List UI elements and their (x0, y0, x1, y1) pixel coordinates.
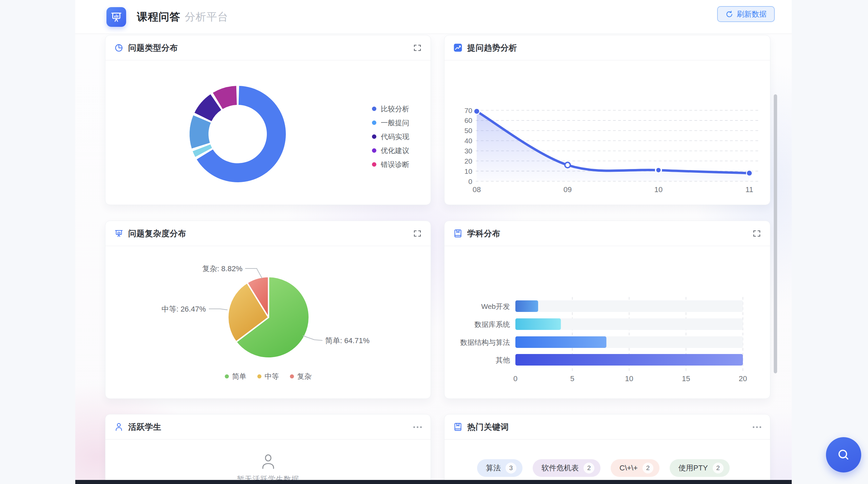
svg-text:40: 40 (465, 137, 472, 145)
more-button[interactable] (753, 414, 761, 440)
app-title: 课程问答 (137, 10, 180, 24)
card-title: 热门关键词 (467, 422, 509, 432)
refresh-label: 刷新数据 (737, 9, 767, 19)
refresh-icon (725, 10, 733, 18)
scrollbar-thumb[interactable] (774, 94, 777, 373)
svg-text:10: 10 (625, 374, 633, 383)
bar-其他[interactable] (515, 354, 743, 366)
legend-dot (372, 120, 376, 125)
keyword-text: 使用PTY (678, 463, 708, 473)
svg-text:5: 5 (570, 374, 574, 383)
keyword-tag-1[interactable]: 软件危机表2 (533, 459, 600, 477)
legend-dot (372, 107, 376, 111)
card-question-complexity: 问题复杂度分布 简单: 64.71%中等: 26.47%复杂: 8.82% 简单… (105, 221, 431, 399)
card-question-complexity-header: 问题复杂度分布 (105, 221, 431, 246)
legend-item-0[interactable]: 比较分析 (372, 102, 409, 116)
legend-item-3[interactable]: 优化建议 (372, 144, 409, 157)
card-title: 学科分布 (467, 228, 500, 239)
more-button[interactable] (413, 414, 422, 440)
empty-state: 暂无活跃学生数据 (105, 453, 431, 484)
card-hot-keywords-header: 热门关键词 (445, 414, 770, 440)
data-point-2[interactable] (656, 167, 662, 173)
trend-chart-icon (453, 43, 462, 52)
svg-text:数据库系统: 数据库系统 (474, 320, 510, 328)
pie-legend-item-1[interactable]: 中等 (257, 372, 279, 381)
legend-item-1[interactable]: 一般提问 (372, 116, 409, 130)
svg-text:09: 09 (564, 185, 572, 194)
card-active-students-header: 活跃学生 (105, 414, 431, 440)
svg-text:其他: 其他 (496, 356, 510, 364)
bar-chart: 05101520Web开发数据库系统数据结构与算法其他 (445, 246, 771, 399)
pie-chart-icon (114, 43, 123, 52)
svg-text:11: 11 (746, 185, 753, 194)
presentation-board-icon (114, 229, 123, 238)
card-active-students: 活跃学生 暂无活跃学生数据 (105, 414, 431, 484)
presentation-board-icon (110, 11, 122, 23)
svg-text:15: 15 (682, 374, 690, 383)
refresh-button[interactable]: 刷新数据 (717, 6, 775, 22)
donut-chart-area: 比较分析一般提问代码实现优化建议错误诊断 (105, 60, 431, 205)
bar-Web开发[interactable] (515, 300, 538, 312)
svg-text:20: 20 (465, 157, 472, 165)
pie-legend-item-0[interactable]: 简单 (225, 372, 246, 381)
card-question-trend: 提问趋势分析 01020304050607008091011 (444, 35, 770, 205)
legend-item-4[interactable]: 错误诊断 (372, 157, 409, 171)
pie-label-中等: 中等: 26.47% (161, 305, 206, 313)
pie-legend-item-2[interactable]: 复杂 (290, 372, 312, 381)
line-chart: 01020304050607008091011 (445, 60, 771, 205)
keyword-count-badge: 2 (643, 463, 653, 473)
pie-chart-area: 简单: 64.71%中等: 26.47%复杂: 8.82% 简单中等复杂 (105, 246, 431, 399)
legend-dot (372, 162, 376, 167)
keyword-count-badge: 2 (713, 463, 724, 473)
bar-数据库系统[interactable] (515, 318, 561, 330)
data-point-3[interactable] (747, 170, 752, 176)
legend-item-2[interactable]: 代码实现 (372, 130, 409, 144)
card-question-types-header: 问题类型分布 (105, 35, 431, 60)
app-title-group: 课程问答 分析平台 (137, 0, 228, 34)
legend-label: 简单 (232, 372, 246, 381)
card-title: 问题类型分布 (128, 42, 178, 53)
data-point-1[interactable] (565, 162, 570, 168)
bottom-bar (75, 480, 792, 484)
card-question-trend-header: 提问趋势分析 (445, 35, 770, 60)
fullscreen-button[interactable] (413, 35, 422, 60)
trend-chart-area: 01020304050607008091011 (445, 60, 770, 205)
app-header: 课程问答 分析平台 刷新数据 (75, 0, 792, 34)
bar-chart-area: 05101520Web开发数据库系统数据结构与算法其他 (445, 246, 770, 399)
svg-text:08: 08 (473, 185, 481, 194)
donut-segment-2[interactable] (190, 115, 211, 149)
card-hot-keywords: 热门关键词 算法3软件危机表2C\+\+2使用PTY2 (444, 414, 770, 484)
keyword-tag-3[interactable]: 使用PTY2 (670, 459, 730, 477)
svg-text:30: 30 (465, 147, 472, 155)
person-empty-icon (259, 453, 277, 471)
keywords-body: 算法3软件危机表2C\+\+2使用PTY2 (445, 440, 770, 484)
more-dots-icon (413, 426, 422, 428)
keyword-tag-0[interactable]: 算法3 (477, 459, 522, 477)
fullscreen-icon (413, 43, 422, 52)
svg-text:10: 10 (654, 185, 663, 194)
keyword-text: 算法 (486, 463, 501, 473)
legend-label: 错误诊断 (381, 160, 409, 169)
svg-text:20: 20 (739, 374, 747, 383)
svg-text:50: 50 (465, 127, 472, 134)
bar-数据结构与算法[interactable] (515, 336, 606, 348)
legend-label: 代码实现 (381, 132, 409, 142)
keyword-tag-list: 算法3软件危机表2C\+\+2使用PTY2 (477, 459, 730, 477)
keyword-text: C\+\+ (619, 464, 638, 472)
svg-text:0: 0 (468, 178, 472, 185)
active-students-body: 暂无活跃学生数据 (105, 440, 431, 484)
app-root: 课程问答 分析平台 刷新数据 问题类型分布 (0, 0, 868, 484)
svg-text:60: 60 (465, 116, 472, 124)
legend-dot (257, 374, 261, 378)
keyword-tag-2[interactable]: C\+\+2 (611, 459, 659, 477)
book-icon (453, 422, 462, 431)
card-subject-distribution-header: 学科分布 (445, 221, 770, 246)
floating-search-button[interactable] (826, 437, 861, 472)
fullscreen-icon (413, 229, 422, 238)
data-point-0[interactable] (474, 108, 480, 114)
fullscreen-button[interactable] (752, 221, 761, 246)
donut-legend: 比较分析一般提问代码实现优化建议错误诊断 (372, 102, 409, 171)
app-subtitle: 分析平台 (185, 10, 228, 24)
fullscreen-button[interactable] (413, 221, 422, 246)
svg-text:0: 0 (513, 374, 517, 383)
